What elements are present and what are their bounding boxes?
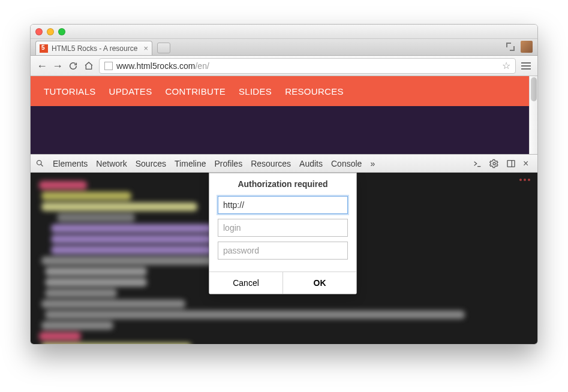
devtools-controls: × [473,159,533,168]
browser-window: HTML5 Rocks - A resource × ← → www.html5… [30,24,538,345]
tab-strip: HTML5 Rocks - A resource × [31,39,537,56]
fullscreen-icon[interactable] [506,43,515,51]
toggle-drawer-icon[interactable] [473,159,482,168]
profile-avatar[interactable] [521,41,533,53]
bookmark-star-icon[interactable]: ☆ [502,60,510,71]
auth-password-input[interactable] [218,242,348,260]
page-icon [104,62,113,70]
menu-button[interactable] [521,61,531,71]
devtools-tab-audits[interactable]: Audits [299,159,323,168]
address-bar[interactable]: www.html5rocks.com/en/ ☆ [99,58,516,74]
close-tab-icon[interactable]: × [143,44,148,53]
auth-host-input[interactable] [218,196,348,214]
nav-resources[interactable]: RESOURCES [285,86,344,97]
page-scrollbar[interactable] [529,76,537,154]
browser-toolbar: ← → www.html5rocks.com/en/ ☆ [31,56,537,76]
devtools-panel: Elements Network Sources Timeline Profil… [31,154,537,344]
devtools-tab-console[interactable]: Console [331,159,362,168]
window-controls [35,28,65,35]
url-host: www.html5rocks.com [116,61,195,71]
page-viewport: TUTORIALS UPDATES CONTRIBUTE SLIDES RESO… [31,76,537,154]
dock-side-icon[interactable] [506,159,516,168]
devtools-overflow[interactable]: » [370,159,375,168]
authorization-dialog: Authorization required Cancel OK [209,173,357,294]
devtools-tab-timeline[interactable]: Timeline [175,159,206,168]
home-button[interactable] [83,61,94,71]
dialog-title: Authorization required [209,173,356,196]
nav-updates[interactable]: UPDATES [109,86,152,97]
nav-contribute[interactable]: CONTRIBUTE [165,86,226,97]
devtools-tab-sources[interactable]: Sources [136,159,166,168]
devtools-close-icon[interactable]: × [523,159,533,168]
forward-button[interactable]: → [52,61,63,71]
nav-slides[interactable]: SLIDES [239,86,272,97]
auth-cancel-button[interactable]: Cancel [209,272,283,294]
tab-title: HTML5 Rocks - A resource [52,44,137,53]
svg-rect-2 [507,160,515,167]
devtools-tabbar: Elements Network Sources Timeline Profil… [31,155,537,173]
settings-gear-icon[interactable] [489,159,499,168]
devtools-tab-elements[interactable]: Elements [53,159,88,168]
browser-tab[interactable]: HTML5 Rocks - A resource × [35,41,152,55]
zoom-window-button[interactable] [58,28,65,35]
devtools-tab-profiles[interactable]: Profiles [214,159,242,168]
hamburger-icon [521,62,531,70]
devtools-tab-resources[interactable]: Resources [251,159,291,168]
close-window-button[interactable] [35,28,43,35]
url-text: www.html5rocks.com/en/ [116,61,209,71]
svg-point-1 [493,162,495,165]
scrollbar-thumb[interactable] [531,77,537,101]
window-titlebar [31,25,537,39]
minimize-window-button[interactable] [47,28,54,35]
back-button[interactable]: ← [37,61,47,71]
devtools-tab-network[interactable]: Network [96,159,127,168]
svg-point-0 [37,161,42,165]
new-tab-button[interactable] [157,43,170,53]
reload-button[interactable] [68,61,79,71]
nav-tutorials[interactable]: TUTORIALS [44,86,96,97]
hero-band [31,106,537,154]
auth-ok-button[interactable]: OK [283,272,356,294]
devtools-body: Authorization required Cancel OK [31,173,537,344]
html5-shield-icon [40,44,48,53]
site-nav-bar: TUTORIALS UPDATES CONTRIBUTE SLIDES RESO… [31,76,537,106]
auth-login-input[interactable] [218,219,348,237]
inspect-search-icon[interactable] [35,159,44,168]
url-path: /en/ [195,61,209,71]
